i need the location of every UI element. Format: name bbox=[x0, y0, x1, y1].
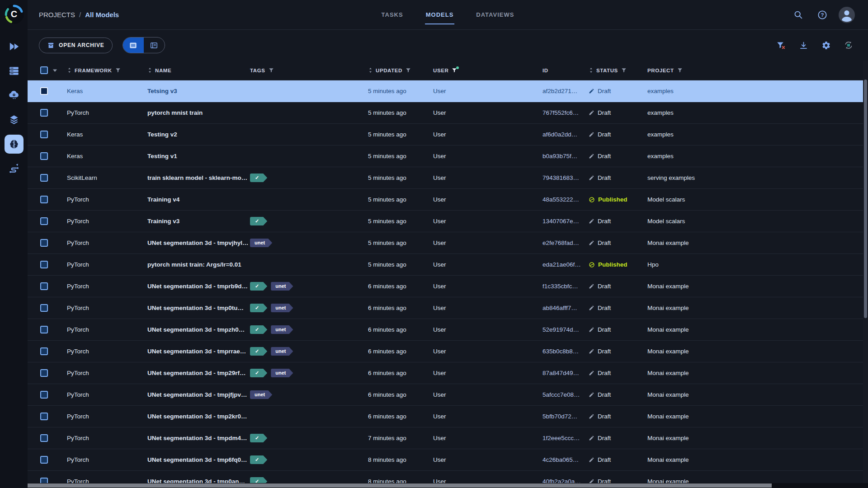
filter-icon[interactable] bbox=[405, 67, 411, 74]
cell-status: Draft bbox=[589, 174, 647, 181]
sidebar-item-projects[interactable] bbox=[5, 37, 24, 56]
tag: ✓ bbox=[250, 174, 267, 182]
tab-dataviews[interactable]: DATAVIEWS bbox=[475, 8, 515, 21]
filter-icon[interactable] bbox=[115, 67, 121, 74]
horizontal-scrollbar-thumb[interactable] bbox=[28, 483, 772, 488]
table-view-button[interactable] bbox=[123, 38, 144, 53]
cell-project: Monai example bbox=[647, 283, 868, 290]
row-checkbox[interactable] bbox=[40, 326, 48, 333]
column-header-id[interactable]: ID bbox=[542, 68, 589, 73]
table-row[interactable]: PyTorchTraining v45 minutes agoUser48a55… bbox=[28, 189, 868, 211]
sort-icon[interactable] bbox=[147, 67, 152, 73]
table-row[interactable]: PyTorchUNet segmentation 3d - tmprrae…✓u… bbox=[28, 341, 868, 362]
download-icon[interactable] bbox=[797, 38, 810, 52]
draft-pencil-icon bbox=[589, 131, 594, 137]
table-row[interactable]: PyTorchUNet segmentation 3d - tmprb9d…✓u… bbox=[28, 276, 868, 297]
draft-pencil-icon bbox=[589, 218, 594, 224]
cell-id: eda21ae06f… bbox=[542, 261, 589, 268]
row-checkbox[interactable] bbox=[40, 109, 48, 117]
help-icon[interactable]: ? bbox=[814, 6, 831, 23]
table-row[interactable]: PyTorchUNet segmentation 3d - tmpjfjpv…u… bbox=[28, 384, 868, 406]
table-row[interactable]: PyTorchUNet segmentation 3d - tmpdm4…✓7 … bbox=[28, 427, 868, 449]
draft-pencil-icon bbox=[589, 435, 594, 441]
auto-refresh-icon[interactable] bbox=[842, 38, 855, 52]
table-row[interactable]: PyTorchUNet segmentation 3d - tmpvjhyl…u… bbox=[28, 232, 868, 254]
sidebar-item-pipelines[interactable] bbox=[5, 159, 24, 178]
column-header-project[interactable]: PROJECT bbox=[647, 67, 868, 74]
row-checkbox[interactable] bbox=[40, 152, 48, 160]
select-all-checkbox[interactable] bbox=[40, 66, 48, 74]
table-row[interactable]: PyTorchpytorch mnist train5 minutes agoU… bbox=[28, 102, 868, 124]
sidebar-item-datasets[interactable] bbox=[5, 110, 24, 129]
table-row[interactable]: PyTorchUNet segmentation 3d - tmp0tu…✓un… bbox=[28, 297, 868, 319]
search-icon[interactable] bbox=[789, 6, 807, 23]
filter-icon[interactable] bbox=[451, 67, 458, 74]
column-header-updated[interactable]: UPDATED bbox=[368, 67, 433, 74]
table-row[interactable]: PyTorchUNet segmentation 3d - tmp6fq0…✓8… bbox=[28, 449, 868, 471]
table-row[interactable]: PyTorchUNet segmentation 3d - tmpzh0…✓un… bbox=[28, 319, 868, 341]
toolbar-actions bbox=[774, 38, 855, 52]
published-icon bbox=[589, 197, 595, 203]
clear-filters-icon[interactable] bbox=[774, 38, 788, 52]
column-header-status[interactable]: STATUS bbox=[589, 67, 647, 74]
filter-icon[interactable] bbox=[621, 67, 627, 74]
cell-name: UNet segmentation 3d - tmpvjhyl… bbox=[147, 239, 250, 246]
table-view-icon bbox=[129, 41, 137, 50]
sidebar-item-workers[interactable] bbox=[5, 61, 24, 80]
cell-status: Draft bbox=[589, 131, 647, 138]
draft-pencil-icon bbox=[589, 305, 594, 311]
caret-down-icon[interactable] bbox=[52, 68, 57, 73]
tab-models[interactable]: MODELS bbox=[425, 8, 455, 21]
sort-icon[interactable] bbox=[67, 67, 72, 73]
table-row[interactable]: ScikitLearntrain sklearn model - sklearn… bbox=[28, 167, 868, 189]
row-checkbox[interactable] bbox=[40, 413, 48, 420]
table-row[interactable]: PyTorchUNet segmentation 3d - tmp2kr0…6 … bbox=[28, 406, 868, 427]
row-checkbox[interactable] bbox=[40, 174, 48, 182]
cell-name: UNet segmentation 3d - tmpdm4… bbox=[147, 435, 250, 441]
row-checkbox[interactable] bbox=[40, 239, 48, 247]
column-header-tags[interactable]: TAGS bbox=[250, 67, 368, 74]
cell-name: Training v3 bbox=[147, 218, 250, 225]
row-checkbox[interactable] bbox=[40, 196, 48, 203]
row-checkbox[interactable] bbox=[40, 131, 48, 138]
column-header-framework[interactable]: FRAMEWORK bbox=[67, 67, 147, 74]
settings-icon[interactable] bbox=[819, 38, 833, 52]
table-row[interactable]: KerasTesting v15 minutes agoUserb0a93b75… bbox=[28, 145, 868, 167]
row-checkbox[interactable] bbox=[40, 347, 48, 355]
view-toggle bbox=[123, 37, 165, 53]
table-row[interactable]: KerasTesting v25 minutes agoUseraf6d0a2d… bbox=[28, 124, 868, 145]
vertical-scrollbar-thumb[interactable] bbox=[864, 80, 867, 318]
table-row[interactable]: PyTorchpytorch mnist train: Args/lr=0.01… bbox=[28, 254, 868, 276]
card-view-button[interactable] bbox=[144, 38, 165, 53]
row-checkbox[interactable] bbox=[40, 434, 48, 442]
sort-icon[interactable] bbox=[589, 67, 594, 73]
table-row[interactable]: PyTorchUNet segmentation 3d - tmp29rf…✓u… bbox=[28, 362, 868, 384]
row-checkbox[interactable] bbox=[40, 369, 48, 377]
sidebar-item-models[interactable] bbox=[5, 135, 24, 154]
row-checkbox[interactable] bbox=[40, 282, 48, 290]
row-checkbox[interactable] bbox=[40, 391, 48, 399]
row-checkbox[interactable] bbox=[40, 261, 48, 268]
applications-icon bbox=[8, 89, 20, 101]
cell-name: Testing v1 bbox=[147, 153, 250, 160]
column-header-name[interactable]: NAME bbox=[147, 67, 250, 73]
avatar-icon[interactable] bbox=[838, 6, 855, 23]
breadcrumb-projects[interactable]: PROJECTS bbox=[39, 11, 75, 19]
filter-icon[interactable] bbox=[268, 67, 274, 74]
column-header-user[interactable]: USER bbox=[433, 67, 542, 74]
row-checkbox[interactable] bbox=[40, 217, 48, 225]
cell-project: Monai example bbox=[647, 326, 868, 333]
table-row[interactable]: KerasTetsing v35 minutes agoUseraf2b2d27… bbox=[28, 80, 868, 102]
open-archive-button[interactable]: OPEN ARCHIVE bbox=[39, 38, 113, 53]
filter-icon[interactable] bbox=[677, 67, 683, 74]
row-checkbox[interactable] bbox=[40, 87, 48, 95]
row-checkbox[interactable] bbox=[40, 304, 48, 312]
clearml-logo[interactable]: C bbox=[3, 3, 25, 25]
cell-updated: 6 minutes ago bbox=[368, 305, 433, 311]
sidebar-item-applications[interactable] bbox=[5, 86, 24, 105]
sort-icon[interactable] bbox=[368, 67, 373, 73]
cell-framework: PyTorch bbox=[67, 196, 147, 203]
table-row[interactable]: PyTorchTraining v3✓5 minutes agoUser1340… bbox=[28, 211, 868, 232]
row-checkbox[interactable] bbox=[40, 456, 48, 464]
tab-tasks[interactable]: TASKS bbox=[381, 8, 404, 21]
